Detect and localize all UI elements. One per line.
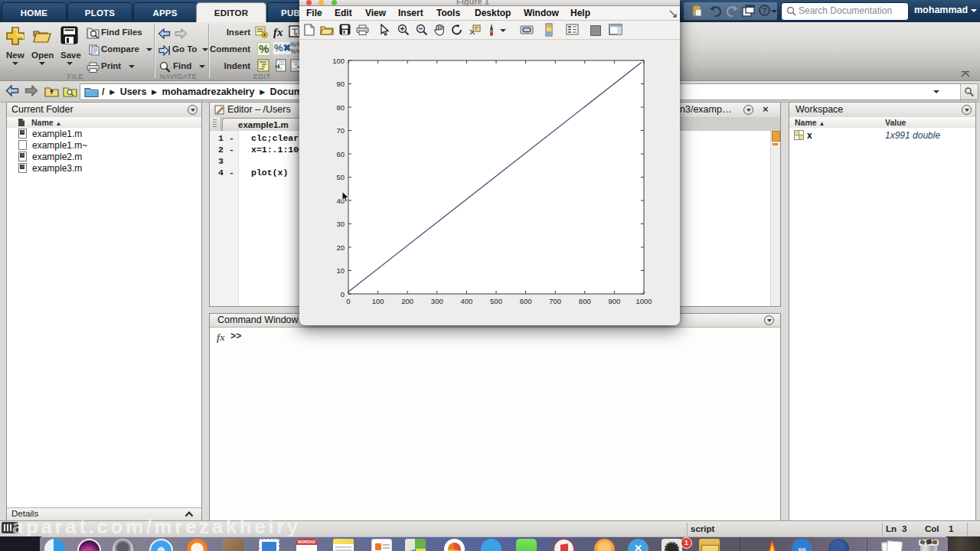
svg-text:400: 400 — [460, 297, 472, 305]
svg-text:0: 0 — [346, 297, 350, 305]
svg-text:200: 200 — [401, 297, 413, 305]
svg-text:90: 90 — [336, 80, 345, 88]
svg-text:0: 0 — [341, 290, 345, 298]
svg-text:10: 10 — [336, 266, 345, 275]
svg-text:500: 500 — [490, 297, 502, 305]
svg-text:1000: 1000 — [635, 297, 652, 305]
svg-text:300: 300 — [431, 297, 443, 305]
svg-text:70: 70 — [336, 126, 345, 135]
svg-text:700: 700 — [549, 297, 561, 305]
svg-text:100: 100 — [332, 57, 345, 65]
svg-text:600: 600 — [520, 297, 532, 305]
svg-text:60: 60 — [336, 150, 345, 158]
svg-text:80: 80 — [336, 103, 345, 112]
svg-text:900: 900 — [608, 297, 620, 305]
svg-text:20: 20 — [336, 243, 345, 252]
svg-text:800: 800 — [579, 297, 591, 305]
svg-text:50: 50 — [336, 173, 345, 181]
svg-text:100: 100 — [372, 297, 384, 305]
svg-text:r: r — [296, 31, 298, 37]
svg-text:30: 30 — [336, 220, 345, 228]
